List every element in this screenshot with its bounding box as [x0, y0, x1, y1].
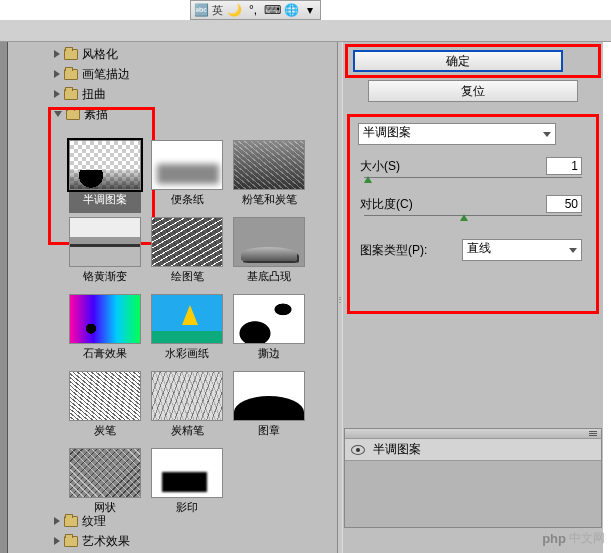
- folder-icon: [64, 49, 78, 60]
- tree-item-artistic[interactable]: 艺术效果: [54, 531, 130, 551]
- folder-icon: [64, 516, 78, 527]
- tree-item-texture[interactable]: 纹理: [54, 511, 130, 531]
- tree-item-brush[interactable]: 画笔描边: [54, 64, 337, 84]
- highlight-annotation: 半调图案 大小(S) 对比度(C) 图案类型(P): 直线: [347, 114, 599, 314]
- thumbnail-label: 半调图案: [69, 190, 141, 213]
- tree-label: 纹理: [82, 513, 106, 530]
- thumbnail-label: 基底凸现: [247, 267, 291, 290]
- tree-label: 扭曲: [82, 86, 106, 103]
- folder-icon: [64, 89, 78, 100]
- contrast-label: 对比度(C): [360, 196, 413, 213]
- thumbnail-label: 图章: [258, 421, 280, 444]
- filter-chalk[interactable]: 粉笔和炭笔: [228, 136, 310, 213]
- layer-name: 半调图案: [373, 441, 421, 458]
- collapse-icon[interactable]: [54, 111, 62, 117]
- thumbnail-label: 石膏效果: [83, 344, 127, 367]
- thumbnail: [233, 217, 305, 267]
- thumbnail-label: 粉笔和炭笔: [242, 190, 297, 213]
- filter-stamp[interactable]: 图章: [228, 367, 310, 444]
- contrast-slider[interactable]: [364, 215, 582, 221]
- thumbnail-label: 撕边: [258, 344, 280, 367]
- tree-item-distort[interactable]: 扭曲: [54, 84, 337, 104]
- thumbnail-label: 便条纸: [171, 190, 204, 213]
- folder-icon: [64, 536, 78, 547]
- filter-photocopy[interactable]: 影印: [146, 444, 228, 521]
- thumbnail: [69, 217, 141, 267]
- effect-layers-panel: 半调图案: [344, 428, 602, 528]
- folder-icon: [64, 69, 78, 80]
- ime-language[interactable]: 英: [212, 3, 223, 18]
- expand-icon[interactable]: [54, 517, 60, 525]
- ime-logo-icon: 🔤: [193, 2, 209, 18]
- filter-watercolor[interactable]: 水彩画纸: [146, 290, 228, 367]
- pattern-select[interactable]: 直线: [462, 239, 582, 261]
- thumbnail: [151, 448, 223, 498]
- filter-select-value: 半调图案: [363, 125, 411, 139]
- filter-basrelief[interactable]: 基底凸现: [228, 213, 310, 290]
- thumbnail-label: 炭精笔: [171, 421, 204, 444]
- punct-icon[interactable]: °,: [245, 2, 261, 18]
- thumbnail: [69, 448, 141, 498]
- watermark: php 中文网: [542, 530, 605, 547]
- thumbnail-label: 绘图笔: [171, 267, 204, 290]
- thumbnail: [233, 294, 305, 344]
- filter-conte[interactable]: 炭精笔: [146, 367, 228, 444]
- thumbnail: [69, 371, 141, 421]
- tree-label: 艺术效果: [82, 533, 130, 550]
- thumbnail-label: 炭笔: [94, 421, 116, 444]
- window-titlebar: [0, 20, 611, 42]
- expand-icon[interactable]: [54, 537, 60, 545]
- slider-handle[interactable]: [364, 176, 372, 183]
- filter-thumbnails: 半调图案 便条纸 粉笔和炭笔 铬黄渐变 绘图笔 基底凸现: [64, 136, 324, 521]
- thumbnail-label: 水彩画纸: [165, 344, 209, 367]
- expand-icon[interactable]: [54, 50, 60, 58]
- globe-icon[interactable]: 🌐: [283, 2, 299, 18]
- ime-toolbar[interactable]: 🔤 英 🌙 °, ⌨ 🌐 ▾: [190, 0, 321, 20]
- keyboard-icon[interactable]: ⌨: [264, 2, 280, 18]
- thumbnail: [151, 140, 223, 190]
- thumbnail: [233, 371, 305, 421]
- filter-plaster[interactable]: 石膏效果: [64, 290, 146, 367]
- filter-select[interactable]: 半调图案: [358, 123, 556, 145]
- size-label: 大小(S): [360, 158, 400, 175]
- thumbnail: [69, 294, 141, 344]
- filter-graphic-pen[interactable]: 绘图笔: [146, 213, 228, 290]
- contrast-input[interactable]: [546, 195, 582, 213]
- filter-chrome[interactable]: 铬黄渐变: [64, 213, 146, 290]
- size-slider[interactable]: [364, 177, 582, 183]
- thumbnail-label: 影印: [176, 498, 198, 521]
- tree-item-stylize[interactable]: 风格化: [54, 44, 337, 64]
- parameters-panel: 确定 复位 半调图案 大小(S) 对比度(C): [343, 42, 603, 553]
- expand-icon[interactable]: [54, 70, 60, 78]
- thumbnail: [233, 140, 305, 190]
- moon-icon[interactable]: 🌙: [226, 2, 242, 18]
- filter-notepaper[interactable]: 便条纸: [146, 136, 228, 213]
- filter-reticulation[interactable]: 网状: [64, 444, 146, 521]
- dropdown-icon[interactable]: ▾: [302, 2, 318, 18]
- watermark-cn: 中文网: [569, 530, 605, 547]
- filter-charcoal[interactable]: 炭笔: [64, 367, 146, 444]
- folder-icon: [66, 109, 80, 120]
- ok-button[interactable]: 确定: [353, 50, 563, 72]
- layers-header[interactable]: [345, 429, 601, 439]
- filter-torn[interactable]: 撕边: [228, 290, 310, 367]
- filter-tree-panel: 风格化 画笔描边 扭曲 素描 半调图案: [8, 42, 337, 553]
- visibility-icon[interactable]: [351, 445, 365, 455]
- thumbnail-label: 铬黄渐变: [83, 267, 127, 290]
- size-input[interactable]: [546, 157, 582, 175]
- reset-button[interactable]: 复位: [368, 80, 578, 102]
- thumbnail: [151, 217, 223, 267]
- thumbnail: [69, 140, 141, 190]
- tree-label: 风格化: [82, 46, 118, 63]
- thumbnail: [151, 294, 223, 344]
- layer-item[interactable]: 半调图案: [345, 439, 601, 461]
- tree-item-sketch[interactable]: 素描: [54, 104, 337, 124]
- expand-icon[interactable]: [54, 90, 60, 98]
- tree-label: 素描: [84, 106, 108, 123]
- highlight-annotation: 确定: [345, 44, 601, 78]
- tree-label: 画笔描边: [82, 66, 130, 83]
- pattern-select-value: 直线: [467, 241, 491, 255]
- filter-halftone[interactable]: 半调图案: [64, 136, 146, 213]
- slider-handle[interactable]: [460, 214, 468, 221]
- left-gutter: [0, 42, 8, 553]
